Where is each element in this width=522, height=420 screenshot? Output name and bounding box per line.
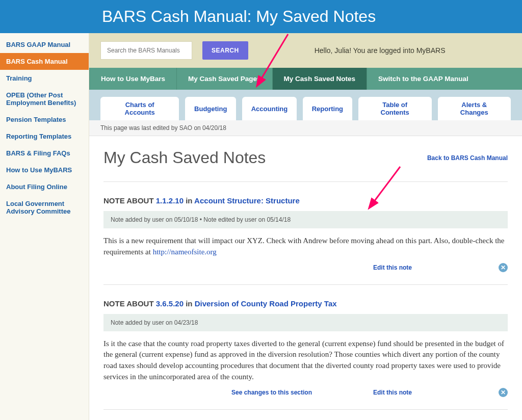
top-strip: SEARCH Hello, Julia! You are logged into… [89,33,522,68]
sidebar-item-0[interactable]: BARS GAAP Manual [0,36,89,53]
back-link[interactable]: Back to BARS Cash Manual [427,154,508,162]
note-ref-link[interactable]: 3.6.5.20 [156,299,184,308]
sub-tab-1[interactable]: Budgeting [185,97,236,120]
close-icon[interactable]: ✕ [499,388,508,397]
sidebar-item-6[interactable]: BARS & Filing FAQs [0,145,89,162]
greeting-text: Hello, Julia! You are logged into MyBARS [315,46,446,55]
page-title: My Cash Saved Notes [103,148,266,167]
last-edited: This page was last edited by SAO on 04/2… [89,120,522,136]
see-changes-link[interactable]: See changes to this section [231,389,312,396]
sub-tabs: Charts of AccountsBudgetingAccountingRep… [89,90,522,120]
note-block: NOTE ABOUT 3.6.5.20 in Diversion of Coun… [103,284,508,397]
note-actions: See changes to this sectionEdit this not… [103,388,508,397]
note-section-link[interactable]: Account Structure: Structure [194,196,300,205]
search-button[interactable]: SEARCH [202,41,248,60]
note-body-link[interactable]: http://nameofsite.org [153,248,217,256]
close-icon[interactable]: ✕ [499,263,508,272]
sidebar: BARS GAAP ManualBARS Cash ManualTraining… [0,33,89,420]
note-meta: Note added by user on 04/23/18 [103,314,508,331]
note-section-link[interactable]: Diversion of County Road Property Tax [195,299,337,308]
sub-tab-2[interactable]: Accounting [242,97,297,120]
note-body: This is a new requirement that will impa… [103,235,508,258]
edit-note-link[interactable]: Edit this note [373,264,412,271]
nav-tabs: How to Use MyBarsMy Cash Saved PagesMy C… [89,68,522,90]
sidebar-item-4[interactable]: Pension Templates [0,111,89,128]
nav-tab-1[interactable]: My Cash Saved Pages [176,68,272,90]
note-heading: NOTE ABOUT 3.6.5.20 in Diversion of Coun… [103,299,508,308]
note-block: NOTE ABOUT 4.8.16.30 in Expenditures of … [103,409,508,421]
page-header-title: BARS Cash Manual: My Saved Notes [102,7,376,25]
sidebar-item-2[interactable]: Training [0,70,89,87]
sidebar-item-9[interactable]: Local Government Advisory Committee [0,195,89,220]
nav-tab-3[interactable]: Switch to the GAAP Manual [367,68,480,90]
note-actions: Edit this note✕ [103,263,508,272]
sidebar-item-5[interactable]: Reporting Templates [0,128,89,145]
note-meta: Note added by user on 05/10/18 • Note ed… [103,211,508,228]
note-heading: NOTE ABOUT 1.1.2.10 in Account Structure… [103,196,508,205]
note-ref-link[interactable]: 1.1.2.10 [156,196,184,205]
main-content: SEARCH Hello, Julia! You are logged into… [89,33,522,420]
sidebar-item-1[interactable]: BARS Cash Manual [0,53,89,70]
edit-note-link[interactable]: Edit this note [373,389,412,396]
search-input[interactable] [100,41,192,60]
nav-tab-2[interactable]: My Cash Saved Notes [272,68,367,90]
sub-tab-0[interactable]: Charts of Accounts [100,97,179,120]
content-area: My Cash Saved Notes Back to BARS Cash Ma… [89,136,522,420]
note-block: NOTE ABOUT 1.1.2.10 in Account Structure… [103,181,508,272]
note-body: Is it the case that the county road prop… [103,338,508,383]
nav-tab-0[interactable]: How to Use MyBars [89,68,176,90]
sub-tab-3[interactable]: Reporting [303,97,352,120]
sub-tab-4[interactable]: Table of Contents [358,97,432,120]
page-header: BARS Cash Manual: My Saved Notes [0,0,522,33]
sub-tab-5[interactable]: Alerts & Changes [438,97,511,120]
sidebar-item-8[interactable]: About Filing Online [0,178,89,195]
sidebar-item-3[interactable]: OPEB (Other Post Employment Benefits) [0,87,89,111]
sidebar-item-7[interactable]: How to Use MyBARS [0,162,89,178]
